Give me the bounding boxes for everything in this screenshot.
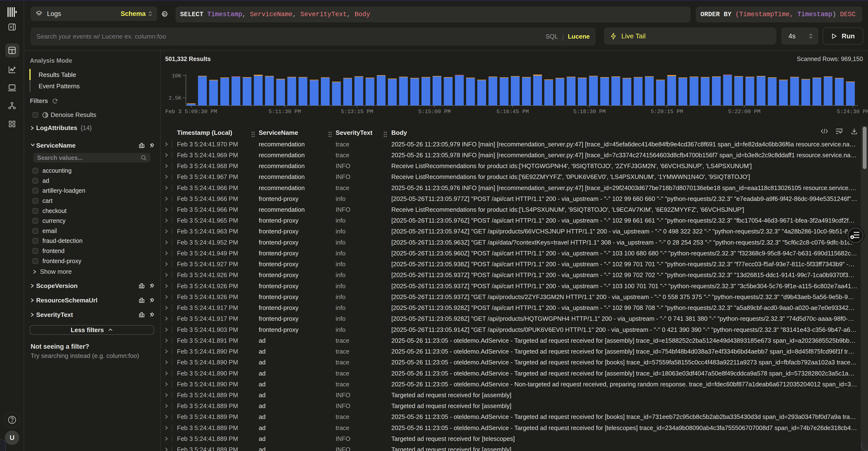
svg-text:5:15:00 PM: 5:15:00 PM <box>418 109 451 115</box>
svg-text:5:24:30 PM: 5:24:30 PM <box>837 109 868 115</box>
svg-text:2.5K: 2.5K <box>168 95 182 101</box>
svg-text:10K: 10K <box>172 73 181 79</box>
svg-text:5:13:15 PM: 5:13:15 PM <box>341 109 373 115</box>
svg-text:5:22:00 PM: 5:22:00 PM <box>728 109 761 115</box>
svg-text:Feb 3 5:09:30 PM: Feb 3 5:09:30 PM <box>165 109 217 115</box>
svg-text:5:18:30 PM: 5:18:30 PM <box>574 109 606 115</box>
svg-text:5:11:30 PM: 5:11:30 PM <box>269 109 301 115</box>
svg-text:5:16:45 PM: 5:16:45 PM <box>496 109 529 115</box>
svg-text:5:20:15 PM: 5:20:15 PM <box>651 109 683 115</box>
